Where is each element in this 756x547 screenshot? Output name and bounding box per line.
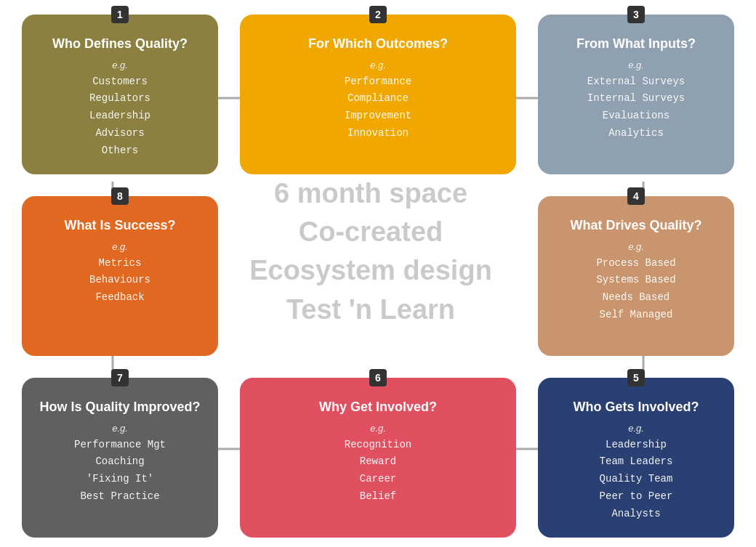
box-7-title: How Is Quality Improved? (39, 400, 200, 416)
box-1-number: 1 (111, 6, 129, 23)
box-4-what-drives-quality: 4 What Drives Quality? e.g. Process Base… (538, 196, 734, 356)
box-7-how-is-quality-improved: 7 How Is Quality Improved? e.g. Performa… (22, 378, 218, 538)
watermark-text: 6 month spaceCo-createdEcosystem designT… (225, 174, 516, 329)
box-1-items: CustomersRegulatorsLeadershipAdvisorsOth… (89, 73, 150, 160)
box-4-eg: e.g. (628, 241, 644, 252)
box-6-why-get-involved: 6 Why Get Involved? e.g. RecognitionRewa… (240, 378, 516, 538)
box-1-who-defines-quality: 1 Who Defines Quality? e.g. CustomersReg… (22, 15, 218, 174)
box-3-title: From What Inputs? (576, 36, 696, 52)
box-7-items: Performance MgtCoaching'Fixing It'Best P… (74, 437, 166, 506)
box-8-items: MetricsBehavioursFeedback (89, 255, 150, 307)
box-4-number: 4 (627, 187, 645, 205)
box-1-eg: e.g. (112, 60, 128, 70)
boxes-grid: 1 Who Defines Quality? e.g. CustomersReg… (22, 15, 734, 532)
box-8-number: 8 (111, 187, 129, 205)
box-2-number: 2 (369, 6, 387, 23)
box-2-title: For Which Outcomes? (308, 36, 448, 52)
box-5-title: Who Gets Involved? (573, 400, 699, 416)
box-8-eg: e.g. (112, 241, 128, 252)
box-2-eg: e.g. (370, 60, 386, 70)
box-5-number: 5 (627, 369, 645, 386)
box-3-eg: e.g. (628, 60, 644, 70)
box-7-number: 7 (111, 369, 129, 386)
box-4-title: What Drives Quality? (570, 218, 701, 234)
box-3-from-what-inputs: 3 From What Inputs? e.g. External Survey… (538, 15, 734, 174)
box-4-items: Process BasedSystems BasedNeeds BasedSel… (596, 255, 675, 324)
box-3-items: External SurveysInternal SurveysEvaluati… (587, 73, 685, 142)
box-7-eg: e.g. (112, 423, 128, 434)
diagram-container: 1 Who Defines Quality? e.g. CustomersReg… (0, 0, 756, 547)
box-8-what-is-success: 8 What Is Success? e.g. MetricsBehaviour… (22, 196, 218, 356)
box-8-title: What Is Success? (64, 218, 175, 234)
box-5-who-gets-involved: 5 Who Gets Involved? e.g. LeadershipTeam… (538, 378, 734, 538)
box-3-number: 3 (627, 6, 645, 23)
box-2-items: PerformanceComplianceImprovementInnovati… (345, 73, 411, 142)
center-watermark-cell: 6 month spaceCo-createdEcosystem designT… (240, 196, 516, 356)
box-6-number: 6 (369, 369, 387, 386)
box-1-title: Who Defines Quality? (52, 36, 188, 52)
box-6-items: RecognitionRewardCareerBelief (345, 437, 411, 506)
box-5-items: LeadershipTeam LeadersQuality TeamPeer t… (600, 437, 673, 523)
box-6-eg: e.g. (370, 423, 386, 434)
box-2-for-which-outcomes: 2 For Which Outcomes? e.g. PerformanceCo… (240, 15, 516, 174)
box-5-eg: e.g. (628, 423, 644, 434)
box-6-title: Why Get Involved? (319, 400, 437, 416)
